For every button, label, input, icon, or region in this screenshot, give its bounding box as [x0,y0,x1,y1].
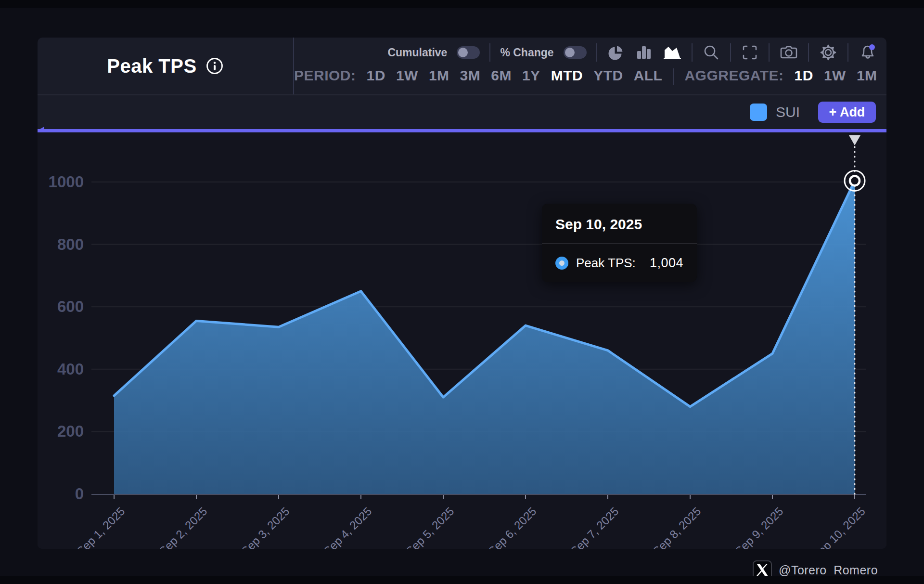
page-title: Peak TPS [107,55,196,77]
y-axis-tick-label: 400 [40,360,84,378]
area-fill [114,181,855,494]
range-indicator-bar[interactable] [38,129,886,132]
toolbar-row: Cumulative % Change [294,38,886,67]
cumulative-toggle-label: Cumulative [387,46,447,59]
aggregate-option-1m[interactable]: 1M [857,67,877,84]
bar-chart-icon[interactable] [635,43,653,62]
y-axis-tick-label: 200 [40,422,84,441]
aggregate-label: AGGREGATE: [684,67,783,84]
legend-row: SUI + Add [38,95,886,129]
pie-chart-icon[interactable] [607,43,625,62]
tooltip-series-label: Peak TPS: [576,256,636,271]
attribution-handle: @Torero_Romero [779,563,878,577]
chart-area[interactable]: 02004006008001000 Sep 1, 2025Sep 2, 2025… [38,132,886,549]
cumulative-toggle[interactable] [457,46,480,59]
fullscreen-icon[interactable] [741,43,759,62]
search-icon[interactable] [702,43,720,62]
period-label: PERIOD: [294,67,356,84]
period-option-3m[interactable]: 3M [460,67,481,84]
title-area: Peak TPS [38,38,293,94]
divider [847,43,848,62]
y-axis-tick-label: 0 [40,485,84,503]
period-option-ytd[interactable]: YTD [593,67,623,84]
area-chart-icon-selected[interactable] [663,43,682,62]
area-chart[interactable] [38,132,886,549]
aggregate-option-1w[interactable]: 1W [824,67,846,84]
tooltip-value: 1,004 [650,256,683,271]
period-option-1m[interactable]: 1M [429,67,449,84]
notification-dot [869,44,875,50]
legend-series-label: SUI [776,104,800,120]
info-icon[interactable] [205,57,224,75]
y-axis-tick-label: 800 [40,235,84,254]
divider [489,43,490,62]
period-option-1w[interactable]: 1W [396,67,418,84]
divider [596,43,597,62]
divider [692,43,693,62]
divider [769,43,770,62]
period-option-all[interactable]: ALL [634,67,663,84]
legend-swatch-sui[interactable] [750,104,767,121]
chart-panel: Peak TPS Cumulative % Change [38,38,886,549]
toggle-knob [565,48,575,57]
bell-icon[interactable] [858,43,877,62]
period-option-1y[interactable]: 1Y [522,67,540,84]
add-button[interactable]: + Add [818,102,876,123]
top-letterbox-strip [0,0,924,8]
percent-change-toggle-label: % Change [500,46,553,59]
y-axis-tick-label: 600 [40,298,84,316]
divider [673,68,674,85]
divider [808,43,809,62]
toggle-knob [458,48,468,57]
crosshair-handle-triangle[interactable] [849,135,860,145]
y-axis-tick-label: 1000 [40,173,84,191]
tooltip-row: Peak TPS: 1,004 [542,244,697,282]
header-controls: Cumulative % Change [294,38,886,94]
period-option-1d[interactable]: 1D [367,67,385,84]
gear-icon[interactable] [819,43,838,62]
panel-header: Peak TPS Cumulative % Change [38,38,886,94]
chart-tooltip: Sep 10, 2025 Peak TPS: 1,004 [542,204,697,282]
aggregate-option-1d-selected[interactable]: 1D [795,67,813,84]
tooltip-series-marker-icon [555,257,568,270]
tooltip-date: Sep 10, 2025 [542,204,697,243]
divider [730,43,731,62]
period-aggregate-row: PERIOD: 1D 1W 1M 3M 6M 1Y MTD YTD ALL AG… [294,67,886,94]
period-option-mtd-selected[interactable]: MTD [551,67,583,84]
camera-icon[interactable] [779,43,798,62]
bottom-letterbox-strip [0,576,924,584]
period-option-6m[interactable]: 6M [491,67,512,84]
percent-change-toggle[interactable] [564,46,587,59]
highlight-marker-inner-ring [850,176,860,185]
